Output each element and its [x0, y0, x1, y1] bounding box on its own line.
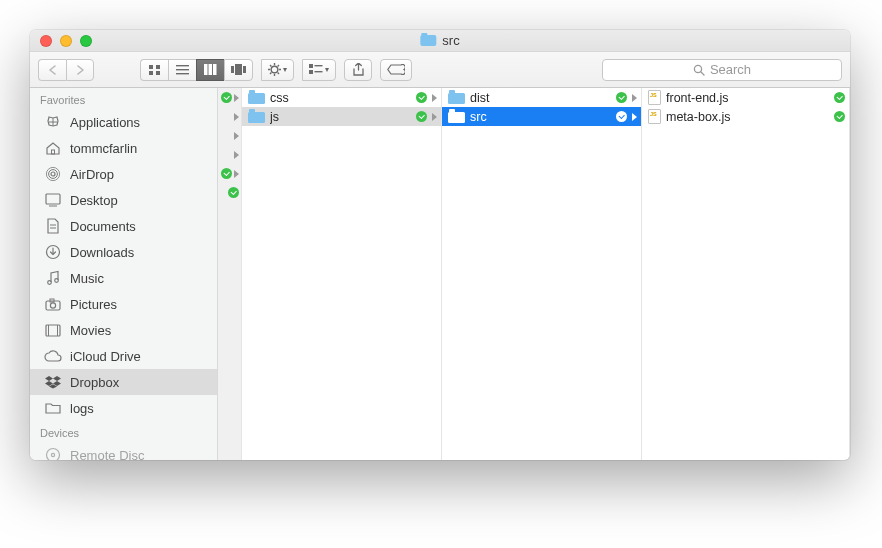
- sidebar-item-label: Pictures: [70, 297, 117, 312]
- sidebar-heading-favorites: Favorites: [30, 88, 217, 109]
- airdrop-icon: [44, 166, 62, 182]
- documents-icon: [44, 218, 62, 234]
- svg-rect-12: [243, 66, 246, 73]
- desktop-icon: [44, 193, 62, 207]
- svg-rect-2: [149, 71, 153, 75]
- file-row[interactable]: front-end.js: [642, 88, 849, 107]
- close-button[interactable]: [40, 35, 52, 47]
- search-icon: [693, 64, 705, 76]
- window-title: src: [420, 33, 459, 48]
- icon-view-button[interactable]: [140, 59, 168, 81]
- chevron-right-icon: [234, 113, 239, 121]
- share-button[interactable]: [344, 59, 372, 81]
- sidebar-item-home[interactable]: tommcfarlin: [30, 135, 217, 161]
- folder-icon: [448, 93, 465, 104]
- sidebar-item-label: AirDrop: [70, 167, 114, 182]
- sidebar-item-label: Music: [70, 271, 104, 286]
- stub-row[interactable]: [218, 126, 241, 145]
- svg-line-21: [270, 73, 271, 74]
- stub-row[interactable]: [218, 88, 241, 107]
- search-field[interactable]: Search: [602, 59, 842, 81]
- item-name: meta-box.js: [666, 110, 829, 124]
- svg-line-18: [270, 65, 271, 66]
- svg-rect-10: [231, 66, 234, 73]
- svg-rect-32: [46, 194, 60, 204]
- svg-rect-6: [176, 73, 189, 74]
- column-stub: [218, 88, 242, 460]
- sidebar-item-logs[interactable]: logs: [30, 395, 217, 421]
- column-3: front-end.js meta-box.js: [642, 88, 850, 460]
- svg-rect-3: [156, 71, 160, 75]
- coverflow-view-button[interactable]: [224, 59, 253, 81]
- item-name: dist: [470, 91, 611, 105]
- sidebar-item-movies[interactable]: Movies: [30, 317, 217, 343]
- sidebar-item-downloads[interactable]: Downloads: [30, 239, 217, 265]
- stub-row[interactable]: [218, 145, 241, 164]
- action-button[interactable]: ▾: [261, 59, 294, 81]
- svg-rect-24: [309, 70, 313, 74]
- file-row[interactable]: meta-box.js: [642, 107, 849, 126]
- sidebar-item-applications[interactable]: Applications: [30, 109, 217, 135]
- folder-row[interactable]: src: [442, 107, 641, 126]
- sidebar-heading-devices: Devices: [30, 421, 217, 442]
- chevron-right-icon: [234, 132, 239, 140]
- stub-row[interactable]: [218, 107, 241, 126]
- chevron-right-icon: [234, 170, 239, 178]
- svg-point-13: [271, 66, 278, 73]
- folder-row[interactable]: dist: [442, 88, 641, 107]
- column-browser: css js dist: [218, 88, 850, 460]
- minimize-button[interactable]: [60, 35, 72, 47]
- list-view-button[interactable]: [168, 59, 196, 81]
- svg-point-29: [51, 172, 55, 176]
- stub-row[interactable]: [218, 164, 241, 183]
- item-name: css: [270, 91, 411, 105]
- sidebar-item-music[interactable]: Music: [30, 265, 217, 291]
- chevron-down-icon: ▾: [325, 65, 329, 74]
- finder-window: src: [30, 30, 850, 460]
- forward-button[interactable]: [66, 59, 94, 81]
- sidebar-item-documents[interactable]: Documents: [30, 213, 217, 239]
- dropbox-icon: [44, 375, 62, 389]
- sidebar-item-desktop[interactable]: Desktop: [30, 187, 217, 213]
- sidebar-item-label: Dropbox: [70, 375, 119, 390]
- group-by-button[interactable]: ▾: [302, 59, 336, 81]
- view-group: [140, 59, 253, 81]
- applications-icon: [44, 114, 62, 130]
- arrange-group: ▾: [261, 59, 294, 81]
- svg-rect-4: [176, 65, 189, 66]
- svg-rect-25: [315, 71, 323, 72]
- search-placeholder: Search: [710, 62, 751, 77]
- svg-rect-1: [156, 65, 160, 69]
- movies-icon: [44, 324, 62, 337]
- item-name: front-end.js: [666, 91, 829, 105]
- sidebar-item-icloud[interactable]: iCloud Drive: [30, 343, 217, 369]
- chevron-down-icon: ▾: [283, 65, 287, 74]
- svg-rect-22: [309, 64, 313, 68]
- folder-row[interactable]: css: [242, 88, 441, 107]
- sidebar-item-label: Documents: [70, 219, 136, 234]
- item-name: src: [470, 110, 611, 124]
- svg-rect-23: [315, 65, 323, 66]
- sidebar-item-dropbox[interactable]: Dropbox: [30, 369, 217, 395]
- sync-icon: [221, 168, 232, 179]
- svg-rect-9: [213, 64, 217, 75]
- js-file-icon: [648, 109, 661, 124]
- sync-icon: [416, 92, 427, 103]
- column-view-button[interactable]: [196, 59, 224, 81]
- svg-point-46: [51, 453, 54, 456]
- sidebar-item-airdrop[interactable]: AirDrop: [30, 161, 217, 187]
- svg-rect-8: [209, 64, 213, 75]
- svg-rect-0: [149, 65, 153, 69]
- group-button-group: ▾: [302, 59, 336, 81]
- svg-point-30: [49, 170, 58, 179]
- sidebar-item-pictures[interactable]: Pictures: [30, 291, 217, 317]
- stub-row[interactable]: [218, 183, 241, 202]
- sidebar-item-label: Remote Disc: [70, 448, 144, 461]
- svg-line-20: [278, 65, 279, 66]
- zoom-button[interactable]: [80, 35, 92, 47]
- sidebar-item-remote-disc[interactable]: Remote Disc: [30, 442, 217, 460]
- tags-button[interactable]: [380, 59, 412, 81]
- back-button[interactable]: [38, 59, 66, 81]
- window-body: Favorites Applications tommcfarlin AirDr…: [30, 88, 850, 460]
- folder-row[interactable]: js: [242, 107, 441, 126]
